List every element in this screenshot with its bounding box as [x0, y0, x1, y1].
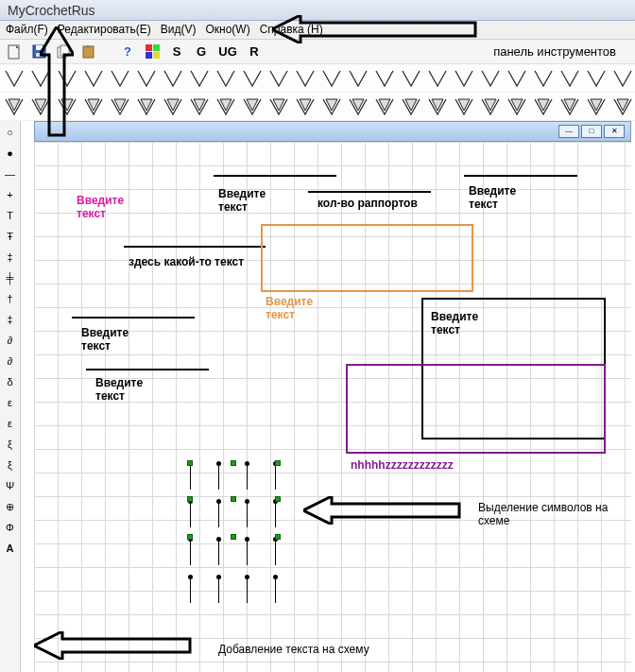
vtool-sym4[interactable]: ∂	[3, 353, 18, 369]
vtool-t[interactable]: T	[3, 208, 18, 223]
vtool-text[interactable]: A	[3, 541, 18, 556]
svg-rect-11	[153, 52, 160, 59]
document-frame: — □ ✕	[34, 121, 631, 142]
line	[308, 191, 431, 193]
vtool-plus[interactable]: +	[3, 187, 18, 202]
arrow-text-tool	[34, 631, 195, 660]
vtool-sym10[interactable]: Ψ	[3, 478, 18, 493]
vtool-sym9[interactable]: ξ	[3, 457, 18, 473]
text-label[interactable]: nhhhhzzzzzzzzzzzz	[351, 458, 454, 472]
symbol-row-2[interactable]	[0, 93, 635, 121]
text-label[interactable]: Введите текст	[469, 184, 535, 211]
selection-handle[interactable]	[187, 496, 193, 502]
symbol-row-1[interactable]	[0, 64, 635, 93]
tool-r[interactable]: R	[246, 43, 263, 60]
text-label[interactable]: кол-во раппортов	[318, 197, 418, 210]
vtool-sym12[interactable]: Φ	[3, 520, 18, 535]
help-icon[interactable]: ?	[119, 43, 136, 60]
tool-g[interactable]: G	[193, 43, 210, 60]
selection-handle[interactable]	[275, 534, 281, 540]
svg-rect-9	[153, 44, 160, 51]
selection-handle[interactable]	[231, 496, 236, 502]
text-label[interactable]: здесь какой-то текст	[129, 255, 244, 268]
selection-handle[interactable]	[275, 496, 281, 502]
tool-ug[interactable]: UG	[217, 43, 238, 60]
vtool-sym7[interactable]: ε	[3, 416, 18, 431]
vtool-circle[interactable]: ○	[3, 125, 18, 140]
line	[124, 246, 266, 248]
annotation: Выделение символов на схеме	[478, 501, 620, 527]
selection-handle[interactable]	[231, 534, 236, 540]
vtool-t2[interactable]: Ŧ	[3, 229, 18, 244]
vtool-sym3[interactable]: ∂	[3, 333, 18, 348]
text-label[interactable]: Введите текст	[218, 187, 284, 214]
vtool-dot[interactable]: ●	[3, 146, 18, 161]
text-label[interactable]: Введите текст	[95, 376, 162, 403]
orange-box[interactable]	[261, 224, 473, 292]
vtool-sym11[interactable]: ⊕	[3, 499, 18, 514]
selection-handle[interactable]	[187, 460, 193, 466]
vtool-dash[interactable]: —	[3, 166, 18, 181]
vtool-sym8[interactable]: ξ	[3, 437, 18, 452]
maximize-button[interactable]: □	[581, 125, 602, 138]
svg-rect-7	[86, 45, 91, 48]
svg-rect-10	[146, 52, 152, 59]
toolbar-label: панель инструментов	[493, 44, 616, 59]
selection-handle[interactable]	[187, 534, 193, 540]
vertical-toolbox: ○ ● — + T Ŧ ‡ ╪ † ‡ ∂ ∂ δ ε ε ξ ξ Ψ ⊕ Φ …	[0, 121, 21, 672]
vtool-t3[interactable]: ‡	[3, 250, 18, 265]
color-grid-icon[interactable]	[144, 43, 161, 60]
arrow-toolbar	[272, 15, 480, 43]
close-button[interactable]: ✕	[604, 125, 625, 138]
line	[214, 175, 336, 177]
line	[86, 369, 209, 370]
selection-handle[interactable]	[231, 460, 236, 466]
vtool-t4[interactable]: ╪	[3, 270, 18, 285]
arrow-selection	[303, 496, 464, 525]
paste-icon[interactable]	[79, 43, 96, 60]
annotation: Добавление текста на схему	[218, 643, 369, 656]
text-label[interactable]: Введите текст	[266, 295, 332, 321]
tool-s[interactable]: S	[168, 43, 185, 60]
vtool-sym2[interactable]: ‡	[3, 312, 18, 327]
text-label[interactable]: Введите текст	[431, 310, 497, 336]
menu-view[interactable]: Вид(V)	[161, 23, 197, 37]
minimize-button[interactable]: —	[558, 125, 579, 138]
vtool-sym1[interactable]: †	[3, 291, 18, 306]
arrow-save	[40, 26, 74, 140]
new-icon[interactable]	[6, 43, 23, 60]
purple-box[interactable]	[346, 364, 606, 454]
vtool-sym6[interactable]: ε	[3, 395, 18, 410]
canvas-area[interactable]: — □ ✕ Введите текст Введите текст кол-во…	[21, 121, 635, 672]
grid-canvas[interactable]: Введите текст Введите текст кол-во раппо…	[34, 142, 631, 672]
svg-rect-8	[146, 44, 152, 51]
selection-handle[interactable]	[275, 460, 281, 466]
line	[72, 317, 195, 319]
line	[464, 175, 577, 177]
vtool-sym5[interactable]: δ	[3, 374, 18, 389]
text-label[interactable]: Введите текст	[81, 326, 147, 353]
text-label[interactable]: Введите текст	[77, 194, 143, 220]
menu-window[interactable]: Окно(W)	[205, 23, 249, 37]
